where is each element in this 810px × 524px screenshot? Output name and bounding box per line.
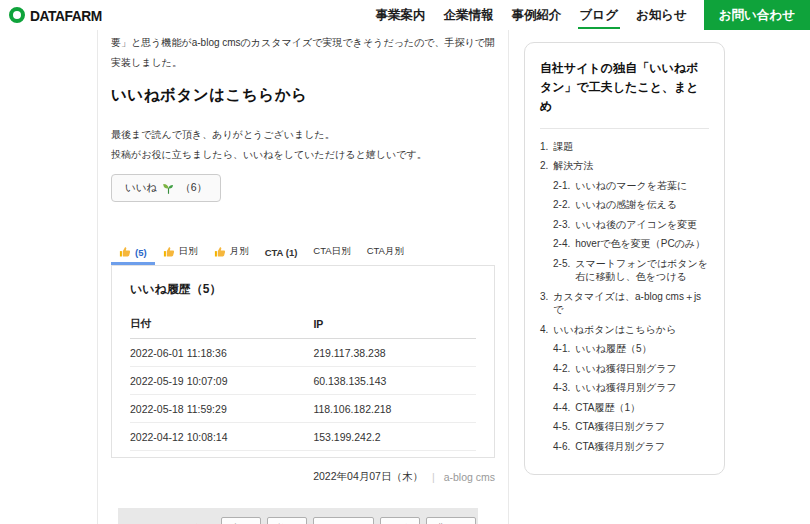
- entry-edit-bar: エントリーの編集 変更 複製 フォーム 削除 非公開: [118, 508, 478, 524]
- table-row: 2022-05-19 10:07:09 60.138.135.143: [130, 367, 476, 395]
- cell-date: 2022-05-18 11:59:29: [130, 395, 313, 423]
- thanks-line-2: 投稿がお役に立ちましたら、いいねをしていただけると嬉しいです。: [111, 145, 495, 165]
- table-row: 2022-04-12 10:08:14 153.199.242.2: [130, 423, 476, 451]
- tab-likes-daily[interactable]: 日別: [155, 239, 206, 265]
- thanks-paragraph: 最後まで読んで頂き、ありがとうございました。 投稿がお役に立ちましたら、いいねを…: [111, 125, 495, 165]
- delete-button[interactable]: 削除: [380, 517, 420, 524]
- toc-item-4-4[interactable]: 4-4.CTA履歴（1）: [553, 401, 709, 415]
- thumbs-up-icon: [214, 246, 226, 258]
- logo-text: DATAFARM: [30, 7, 102, 24]
- thumbs-up-icon: [119, 246, 131, 258]
- main-nav: 事業案内 企業情報 事例紹介 ブログ お知らせ お問い合わせ: [367, 0, 810, 30]
- toc-item-4-3[interactable]: 4-3.いいね獲得月別グラフ: [553, 381, 709, 395]
- tab-likes-monthly[interactable]: 月別: [206, 239, 257, 265]
- toc-item-4-5[interactable]: 4-5.CTA獲得日別グラフ: [553, 420, 709, 434]
- entry-date: 2022年04月07日（木）: [313, 470, 423, 484]
- edit-button[interactable]: 変更: [221, 517, 261, 524]
- like-button[interactable]: いいね （6）: [111, 174, 221, 202]
- toc-item-4-6[interactable]: 4-6.CTA獲得月別グラフ: [553, 440, 709, 454]
- cell-date: 2022-04-12 10:08:14: [130, 423, 313, 451]
- nav-item-news[interactable]: お知らせ: [630, 0, 693, 30]
- cell-date: 2022-06-01 11:18:36: [130, 339, 313, 367]
- thumbs-up-icon: [163, 246, 175, 258]
- page: DATAFARM 事業案内 企業情報 事例紹介 ブログ お知らせ お問い合わせ …: [0, 0, 810, 524]
- intro-line-1: 要」と思う機能がa-blog cmsのカスタマイズで実現できそうだったので、手探…: [111, 33, 495, 53]
- toc-item-1[interactable]: 1.課題: [540, 140, 709, 154]
- history-tabs: (5) 日別 月別 CTA (1) CTA日別 CTA月別: [111, 239, 495, 265]
- form-button[interactable]: フォーム: [313, 517, 374, 524]
- tab-likes[interactable]: (5): [111, 240, 155, 265]
- nav-item-business[interactable]: 事業案内: [370, 0, 432, 30]
- site-logo[interactable]: DATAFARM: [0, 0, 108, 30]
- like-button-label: いいね: [125, 181, 157, 195]
- cms-link[interactable]: a-blog cms: [444, 471, 495, 483]
- article-intro: 要」と思う機能がa-blog cmsのカスタマイズで実現できそうだったので、手探…: [111, 33, 495, 73]
- tab-cta[interactable]: CTA (1): [257, 241, 306, 265]
- table-row: 2022-06-01 11:18:36 219.117.38.238: [130, 339, 476, 367]
- toc-item-2-1[interactable]: 2-1.いいねのマークを若葉に: [553, 179, 709, 193]
- cell-ip: 118.106.182.218: [313, 395, 476, 423]
- article-content: 要」と思う機能がa-blog cmsのカスタマイズで実現できそうだったので、手探…: [97, 30, 509, 524]
- byline-separator: |: [432, 471, 435, 483]
- seedling-icon: [162, 182, 175, 195]
- toc-item-3[interactable]: 3.カスタマイズは、a-blog cms＋jsで: [540, 290, 709, 317]
- toc-divider: [540, 128, 709, 129]
- toc-item-2-2[interactable]: 2-2.いいねの感謝を伝える: [553, 198, 709, 212]
- unpublish-button[interactable]: 非公開: [426, 517, 476, 524]
- toc-item-4-1[interactable]: 4-1.いいね履歴（5）: [553, 342, 709, 356]
- contact-button[interactable]: お問い合わせ: [704, 0, 810, 30]
- toc-item-2-3[interactable]: 2-3.いいね後のアイコンを変更: [553, 218, 709, 232]
- nav-item-company[interactable]: 企業情報: [438, 0, 500, 30]
- column-header-date: 日付: [130, 310, 313, 339]
- toc-sidebar: 自社サイトの独自「いいねボタン」で工夫したこと、まとめ 1.課題 2.解決方法 …: [524, 42, 725, 475]
- cell-ip: 153.199.242.2: [313, 423, 476, 451]
- cell-date: 2022-05-19 10:07:09: [130, 367, 313, 395]
- site-header: DATAFARM 事業案内 企業情報 事例紹介 ブログ お知らせ お問い合わせ: [0, 0, 810, 30]
- table-row: 2022-05-18 11:59:29 118.106.182.218: [130, 395, 476, 423]
- toc-item-2-4[interactable]: 2-4.hoverで色を変更（PCのみ）: [553, 237, 709, 251]
- entry-byline: 2022年04月07日（木） | a-blog cms: [111, 470, 495, 484]
- cell-ip: 219.117.38.238: [313, 339, 476, 367]
- toc-item-4-2[interactable]: 4-2.いいね獲得日別グラフ: [553, 362, 709, 376]
- toc-item-2-5[interactable]: 2-5.スマートフォンではボタンを右に移動し、色をつける: [553, 257, 709, 284]
- tab-cta-monthly[interactable]: CTA月別: [359, 239, 412, 265]
- logo-ring-icon: [9, 7, 25, 23]
- cell-ip: 60.138.135.143: [313, 367, 476, 395]
- nav-item-blog[interactable]: ブログ: [574, 0, 624, 30]
- nav-item-cases[interactable]: 事例紹介: [506, 0, 568, 30]
- toc-item-2[interactable]: 2.解決方法: [540, 159, 709, 173]
- like-history-panel: いいね履歴（5） 日付 IP 2022-06-01 11:18:36 219.1…: [111, 265, 495, 458]
- duplicate-button[interactable]: 複製: [267, 517, 307, 524]
- thanks-line-1: 最後まで読んで頂き、ありがとうございました。: [111, 125, 495, 145]
- intro-line-2: 実装しました。: [111, 53, 495, 73]
- table-header-row: 日付 IP: [130, 310, 476, 339]
- toc-item-4[interactable]: 4.いいねボタンはこちらから: [540, 323, 709, 337]
- like-history-title: いいね履歴（5）: [130, 281, 476, 298]
- like-history-table: 日付 IP 2022-06-01 11:18:36 219.117.38.238…: [130, 310, 476, 451]
- toc-title: 自社サイトの独自「いいねボタン」で工夫したこと、まとめ: [540, 59, 709, 117]
- section-heading: いいねボタンはこちらから: [111, 85, 495, 106]
- like-button-count: （6）: [180, 181, 207, 195]
- tab-cta-daily[interactable]: CTA日別: [305, 239, 358, 265]
- column-header-ip: IP: [313, 310, 476, 339]
